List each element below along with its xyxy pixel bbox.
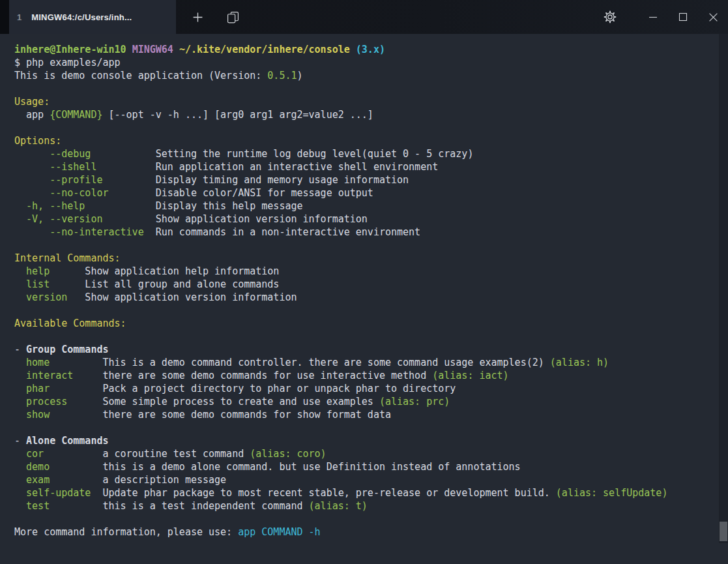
terminal-line: inhere@Inhere-win10 MINGW64 ~/.kite/vend… [14, 43, 728, 56]
text-segment [173, 44, 179, 55]
minimize-icon [648, 12, 658, 22]
text-segment: List all group and alone commands [50, 278, 279, 290]
new-tab-button[interactable] [182, 0, 212, 34]
terminal-line: --debug Setting the runtime log debug le… [14, 147, 728, 160]
text-segment: Run application an interactive shell env… [96, 161, 438, 173]
terminal-line: This is demo console application (Versio… [14, 69, 728, 82]
text-segment: show [26, 409, 50, 421]
text-segment: Available Commands: [14, 318, 126, 329]
text-segment [14, 161, 50, 173]
titlebar-left-pad [0, 0, 9, 34]
text-segment: (alias: iact) [432, 370, 508, 381]
text-segment: [--opt -v -h ...] [arg0 arg1 arg2=value2… [102, 109, 373, 121]
terminal-window: 1 MINGW64:/c/Users/inh... [0, 0, 728, 564]
terminal-line: interact there are some demo commands fo… [14, 369, 728, 382]
text-segment: this is a test independent command [50, 500, 308, 512]
text-segment: Update phar package to most recent stabl… [91, 487, 555, 499]
text-segment: (alias: h) [550, 357, 609, 368]
terminal-line: list List all group and alone commands [14, 278, 728, 291]
terminal-line [14, 82, 728, 95]
terminal-line: version Show application version informa… [14, 291, 728, 304]
terminal-line: - Alone Commands [14, 434, 728, 447]
text-segment: --ishell [50, 161, 96, 173]
text-segment: list [26, 278, 50, 290]
text-segment: Display timing and memory usage informat… [102, 174, 409, 186]
text-segment: Internal Commands: [14, 252, 121, 264]
text-segment: app [14, 109, 50, 121]
text-segment: Setting the runtime log debug level(quie… [91, 148, 473, 160]
text-segment [14, 291, 26, 303]
terminal-line [14, 121, 728, 134]
text-segment: Display this help message [85, 200, 302, 212]
text-segment: interact [26, 370, 73, 381]
terminal-lines: inhere@Inhere-win10 MINGW64 ~/.kite/vend… [14, 43, 728, 539]
text-segment: cor [26, 448, 44, 460]
terminal-output[interactable]: inhere@Inhere-win10 MINGW64 ~/.kite/vend… [0, 34, 728, 564]
text-segment [14, 357, 26, 368]
terminal-line: Internal Commands: [14, 252, 728, 265]
text-segment: test [26, 500, 50, 512]
titlebar: 1 MINGW64:/c/Users/inh... [0, 0, 728, 34]
text-segment [14, 487, 26, 499]
text-segment: this is a demo alone command. but use De… [50, 461, 520, 473]
text-segment: Show application version information [102, 213, 367, 225]
text-segment [14, 278, 26, 290]
text-segment: $ php examples/app [14, 57, 121, 68]
text-segment [126, 44, 132, 55]
terminal-line: test this is a test independent command … [14, 499, 728, 512]
scrollbar-track[interactable] [719, 34, 728, 543]
tab-title: MINGW64:/c/Users/inh... [31, 12, 132, 22]
terminal-line: -V, --version Show application version i… [14, 213, 728, 226]
terminal-line: demo this is a demo alone command. but u… [14, 460, 728, 473]
text-segment [14, 370, 26, 381]
plus-icon [192, 12, 203, 23]
text-segment: there are some demo commands for show fo… [50, 409, 391, 421]
terminal-line: More command information, please use: ap… [14, 526, 728, 539]
tab-switcher-button[interactable] [218, 0, 248, 34]
terminal-line [14, 304, 728, 317]
text-segment [350, 44, 356, 55]
text-segment: Options: [14, 135, 61, 147]
text-segment: -V, --version [26, 213, 102, 225]
text-segment: Usage: [14, 96, 50, 108]
terminal-line: $ php examples/app [14, 56, 728, 69]
text-segment [14, 500, 26, 512]
text-segment: Run commands in a non-interactive enviro… [144, 226, 420, 238]
text-segment [14, 226, 50, 238]
terminal-line: process Some simple process to create an… [14, 395, 728, 408]
text-segment: process [26, 396, 67, 408]
titlebar-drag-area[interactable] [248, 0, 595, 34]
text-segment: --no-interactive [50, 226, 144, 238]
text-segment: Show application version information [67, 291, 297, 303]
text-segment [14, 396, 26, 408]
maximize-button[interactable] [668, 0, 698, 34]
text-segment [14, 474, 26, 486]
terminal-line: Usage: [14, 95, 728, 108]
gear-icon [604, 10, 617, 23]
close-icon [708, 12, 718, 22]
settings-button[interactable] [595, 0, 625, 34]
close-button[interactable] [698, 0, 728, 34]
text-segment: ~/.kite/vendor/inhere/console [179, 44, 350, 55]
text-segment: ) [297, 70, 302, 82]
text-segment: a coroutine test command [44, 448, 250, 460]
terminal-line: self-update Update phar package to most … [14, 486, 728, 499]
scrollbar-thumb[interactable] [720, 522, 727, 541]
terminal-line: -h, --help Display this help message [14, 200, 728, 213]
text-segment: - [14, 435, 26, 447]
text-segment: (alias: prc) [379, 396, 450, 408]
text-segment [14, 383, 26, 394]
text-segment [14, 409, 26, 421]
minimize-button[interactable] [638, 0, 668, 34]
text-segment: MINGW64 [132, 44, 173, 55]
text-segment: a description message [50, 474, 226, 486]
text-segment [14, 213, 26, 225]
text-segment: Show application help information [50, 265, 279, 277]
text-segment [14, 148, 50, 160]
text-segment: (alias: selfUpdate) [556, 487, 668, 499]
tab-mingw64[interactable]: 1 MINGW64:/c/Users/inh... [9, 0, 176, 34]
terminal-line: Available Commands: [14, 317, 728, 330]
text-segment: (alias: coro) [250, 448, 326, 460]
text-segment: {COMMAND} [50, 109, 102, 121]
text-segment: phar [26, 383, 50, 394]
